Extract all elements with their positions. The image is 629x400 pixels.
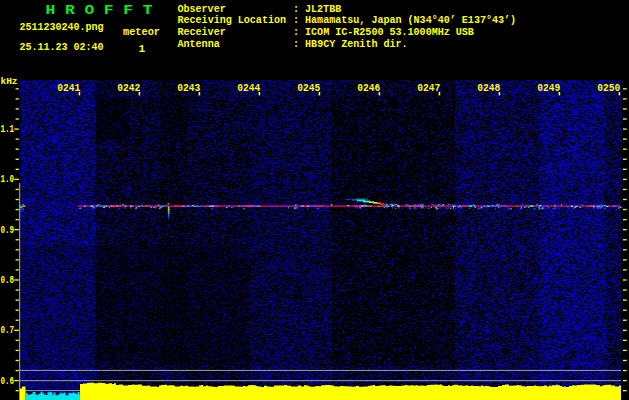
svg-text:0247: 0247 xyxy=(417,82,440,94)
svg-text:0.9: 0.9 xyxy=(1,225,15,236)
svg-text:0244: 0244 xyxy=(237,82,260,94)
svg-text:Receiver: Receiver xyxy=(178,26,226,38)
svg-text:1.0: 1.0 xyxy=(1,174,15,185)
svg-text:1: 1 xyxy=(139,43,146,55)
svg-text:0250: 0250 xyxy=(597,82,620,94)
svg-text:0242: 0242 xyxy=(117,82,140,94)
svg-text:1.1: 1.1 xyxy=(1,124,15,135)
svg-text:25.11.23 02:40: 25.11.23 02:40 xyxy=(20,41,104,53)
svg-text:0246: 0246 xyxy=(357,82,380,94)
svg-text:: HB9CY Zenith dir.: : HB9CY Zenith dir. xyxy=(293,38,408,50)
svg-text:kHz: kHz xyxy=(1,76,18,87)
svg-text:: JL2TBB: : JL2TBB xyxy=(293,3,342,15)
svg-text:: ICOM IC-R2500 53.1000MHz USB: : ICOM IC-R2500 53.1000MHz USB xyxy=(293,26,474,38)
svg-text:0.8: 0.8 xyxy=(1,275,15,286)
svg-text:0248: 0248 xyxy=(477,82,500,94)
svg-text:: Hamamatsu, Japan (N34°40’ E1: : Hamamatsu, Japan (N34°40’ E137°43’) xyxy=(293,14,516,26)
svg-text:0245: 0245 xyxy=(297,82,320,94)
svg-text:Receiving Location: Receiving Location xyxy=(178,14,287,26)
svg-text:2511230240.png: 2511230240.png xyxy=(20,21,104,33)
svg-text:H R O F F T: H R O F F T xyxy=(46,3,153,18)
svg-text:0.6: 0.6 xyxy=(1,376,15,387)
svg-text:meteor: meteor xyxy=(123,26,160,38)
svg-text:0243: 0243 xyxy=(177,82,200,94)
svg-text:0249: 0249 xyxy=(537,82,560,94)
svg-text:Observer: Observer xyxy=(178,3,226,15)
svg-text:0.7: 0.7 xyxy=(1,325,15,336)
svg-text:0241: 0241 xyxy=(57,82,80,94)
svg-text:Antenna: Antenna xyxy=(178,38,221,50)
